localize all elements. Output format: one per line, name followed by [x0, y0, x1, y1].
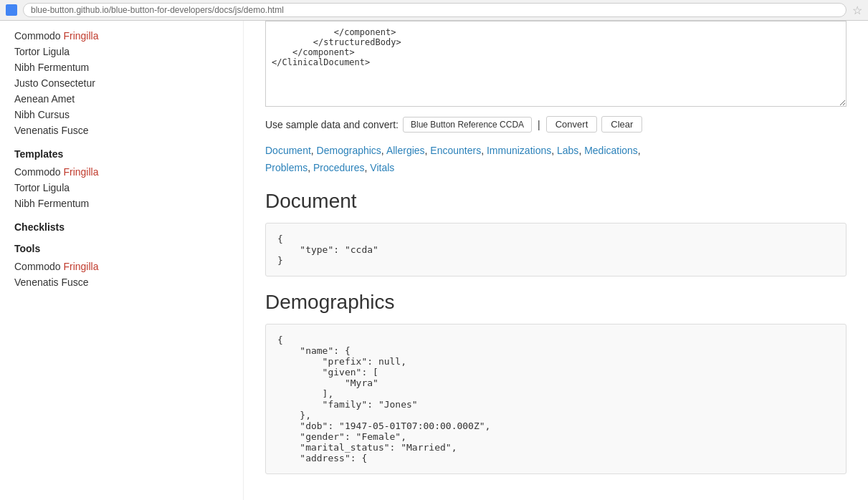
document-section-heading: Document — [265, 190, 846, 213]
sidebar-link-nibh-fermentum-1[interactable]: Nibh Fermentum — [14, 59, 229, 75]
nav-link-allergies[interactable]: Allergies — [386, 145, 425, 156]
sidebar-link-commodo-fringilla-3[interactable]: Commodo Fringilla — [14, 259, 229, 274]
nav-link-procedures[interactable]: Procedures — [313, 162, 365, 173]
convert-label: Use sample data and convert: — [265, 119, 399, 130]
nav-link-labs[interactable]: Labs — [557, 145, 578, 156]
demographics-code-block: { "name": { "prefix": null, "given": [ "… — [265, 324, 846, 474]
sidebar-link-tortor-ligula-2[interactable]: Tortor Ligula — [14, 180, 229, 196]
sidebar-link-nibh-fermentum-2[interactable]: Nibh Fermentum — [14, 196, 229, 211]
sidebar-link-justo-consectetur[interactable]: Justo Consectetur — [14, 75, 229, 91]
nav-link-immunizations[interactable]: Immunizations — [487, 145, 551, 156]
demographics-section-heading: Demographics — [265, 291, 846, 314]
tools-section-title: Tools — [14, 243, 229, 254]
reference-ccda-button[interactable]: Blue Button Reference CCDA — [403, 117, 532, 133]
nav-link-encounters[interactable]: Encounters — [430, 145, 481, 156]
sidebar-link-tortor-ligula-1[interactable]: Tortor Ligula — [14, 44, 229, 59]
nav-link-vitals[interactable]: Vitals — [370, 162, 394, 173]
sidebar-link-nibh-cursus[interactable]: Nibh Cursus — [14, 107, 229, 122]
separator: | — [538, 119, 540, 130]
sidebar-link-commodo-fringilla-1[interactable]: Commodo Fringilla — [14, 28, 229, 44]
convert-bar: Use sample data and convert: Blue Button… — [265, 116, 846, 133]
nav-link-problems[interactable]: Problems — [265, 162, 307, 173]
browser-bar: blue-button.github.io/blue-button-for-de… — [0, 0, 868, 21]
checklists-section-title: Checklists — [14, 221, 229, 233]
url-bar[interactable]: blue-button.github.io/blue-button-for-de… — [23, 3, 846, 17]
page-layout: Commodo Fringilla Tortor Ligula Nibh Fer… — [0, 21, 868, 500]
main-content: Use sample data and convert: Blue Button… — [244, 21, 868, 500]
bookmark-icon[interactable]: ☆ — [852, 4, 862, 17]
nav-link-document[interactable]: Document — [265, 145, 311, 156]
section-nav-links: Document, Demographics, Allergies, Encou… — [265, 143, 846, 177]
xml-input[interactable] — [265, 21, 846, 107]
document-code-block: { "type": "ccda" } — [265, 223, 846, 277]
clear-button[interactable]: Clear — [601, 116, 642, 133]
templates-section-title: Templates — [14, 148, 229, 160]
nav-link-demographics[interactable]: Demographics — [317, 145, 381, 156]
sidebar-link-commodo-fringilla-2[interactable]: Commodo Fringilla — [14, 164, 229, 180]
sidebar-link-aenean-amet[interactable]: Aenean Amet — [14, 91, 229, 107]
sidebar: Commodo Fringilla Tortor Ligula Nibh Fer… — [0, 21, 244, 500]
sidebar-link-venenatis-fusce-1[interactable]: Venenatis Fusce — [14, 122, 229, 138]
favicon-icon — [6, 4, 17, 16]
sidebar-link-venenatis-fusce-2[interactable]: Venenatis Fusce — [14, 274, 229, 290]
convert-button[interactable]: Convert — [546, 116, 598, 133]
nav-link-medications[interactable]: Medications — [584, 145, 638, 156]
